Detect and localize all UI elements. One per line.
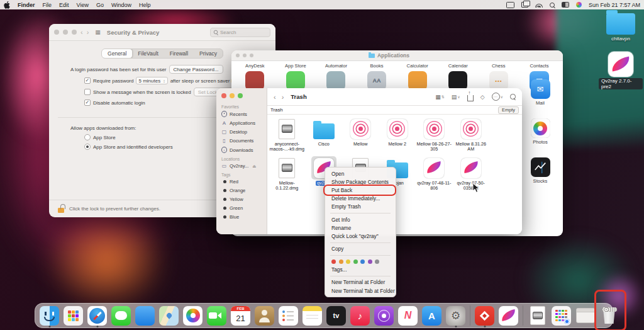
minimize-button[interactable] — [243, 54, 247, 57]
dock-item-reminders[interactable] — [279, 304, 298, 327]
icon-view-icon[interactable]: ▦⇅ — [435, 94, 445, 100]
keyboard-icon[interactable] — [562, 2, 569, 8]
change-password-button[interactable]: Change Password... — [169, 65, 223, 74]
file-mellow082627305[interactable]: Mellow 08-26-27-305 — [416, 117, 453, 152]
identified-developers-radio[interactable] — [84, 144, 91, 150]
file-mellow0122dmg[interactable]: Mellow-0.1.22.dmg — [269, 156, 306, 191]
zoom-button[interactable] — [238, 93, 243, 98]
menu-item-open[interactable]: Open — [325, 169, 396, 178]
tag-color-dot[interactable] — [368, 259, 372, 264]
wifi-icon[interactable] — [535, 2, 543, 8]
menu-item-showpackagecontents[interactable]: Show Package Contents — [325, 178, 396, 186]
file-mellow[interactable]: Mellow — [342, 117, 379, 152]
eject-icon[interactable]: ⏏ — [252, 164, 256, 169]
back-icon[interactable]: ‹ — [80, 28, 83, 36]
close-button[interactable] — [221, 93, 226, 98]
disable-auto-login-checkbox[interactable] — [84, 100, 91, 106]
file-qv2ray074811806[interactable]: qv2ray 07-48-11-806 — [416, 156, 453, 191]
sidebar-item-desktop[interactable]: ▢Desktop — [221, 129, 267, 135]
app-label-calculator[interactable]: Calculator — [407, 63, 428, 69]
menu-item-rename[interactable]: Rename — [325, 224, 396, 232]
app-stocks[interactable]: Stocks — [531, 157, 550, 184]
dock-item-calendar[interactable]: FEB21 — [231, 304, 250, 327]
dock-item-safari[interactable] — [87, 304, 107, 327]
menu-item-edit[interactable]: Edit — [59, 2, 69, 8]
dock-item-contacts[interactable] — [255, 304, 274, 327]
show-all-icon[interactable]: ▦ — [95, 29, 101, 35]
dock-item-notes[interactable] — [303, 304, 322, 327]
tag-color-dot[interactable] — [375, 259, 379, 264]
unlocked-padlock-icon[interactable] — [58, 208, 64, 213]
desktop-icon-qv2ray[interactable]: Qv2ray 2.7.0-pre2 — [599, 52, 643, 89]
menu-item-newterminalatfolder[interactable]: New Terminal at Folder — [325, 278, 396, 287]
dock-item-stack[interactable] — [552, 304, 571, 327]
menu-item-quicklookqv2ray[interactable]: Quick Look "qv2ray" — [325, 232, 396, 240]
app-label-app-store[interactable]: App Store — [285, 63, 306, 69]
app-photos[interactable]: Photos — [531, 118, 550, 145]
tag-color-dot[interactable] — [353, 259, 358, 264]
dock-item-tv[interactable]: tv — [326, 304, 346, 327]
dock-item-news[interactable]: N — [398, 304, 418, 327]
books-app-icon[interactable]: AA — [367, 71, 386, 90]
dock-item-facetime[interactable] — [207, 304, 226, 327]
spotlight-icon[interactable] — [550, 3, 555, 8]
dock-item-anydesk[interactable] — [475, 304, 494, 327]
tag-color-dot[interactable] — [331, 259, 336, 264]
app-label-contacts[interactable]: Contacts — [530, 63, 548, 69]
dock-item-prefs[interactable]: ⚙ — [446, 304, 465, 327]
menu-item-tags[interactable]: Tags... — [325, 266, 396, 274]
sidebar-item-applications[interactable]: AApplications — [221, 120, 267, 126]
menu-item-window[interactable]: Window — [111, 2, 131, 8]
dock-item-photos[interactable] — [183, 304, 203, 327]
tag-color-dot[interactable] — [360, 259, 365, 264]
file-anyconnectmacosk9dmg[interactable]: anyconnect-macos-...-k9.dmg — [269, 117, 306, 152]
file-cisco[interactable]: Cisco — [306, 117, 343, 152]
interval-dropdown[interactable]: 5 minutes↕ — [136, 77, 167, 84]
show-message-checkbox[interactable] — [84, 89, 91, 95]
tab-filevault[interactable]: FileVault — [132, 49, 164, 58]
menu-item-file[interactable]: File — [43, 2, 52, 8]
dock-item-maps[interactable] — [159, 304, 179, 327]
sidebar-item-green[interactable]: Green — [221, 205, 267, 211]
sidebar-item-recents[interactable]: Recents — [221, 111, 267, 117]
empty-trash-button[interactable]: Empty — [498, 106, 519, 114]
menu-item-view[interactable]: View — [77, 2, 89, 8]
sidebar-item-red[interactable]: Red — [221, 179, 267, 185]
search-field[interactable]: Search — [210, 28, 270, 37]
minimize-button[interactable] — [230, 93, 235, 98]
share-icon[interactable] — [467, 95, 474, 101]
menu-item-deleteimmediately[interactable]: Delete Immediately... — [325, 195, 396, 203]
sidebar-item-yellow[interactable]: Yellow — [221, 196, 267, 202]
group-icon[interactable]: ▤∨ — [452, 94, 460, 100]
back-icon[interactable]: ‹ — [274, 93, 276, 101]
calendar-app-icon[interactable] — [448, 71, 467, 90]
file-mellow2[interactable]: Mellow 2 — [379, 117, 416, 152]
menu-item-getinfo[interactable]: Get Info — [325, 215, 396, 224]
sidebar-item-qv2ray[interactable]: ▭Qv2ray...⏏ — [221, 163, 267, 169]
sidebar-item-blue[interactable]: Blue — [221, 214, 267, 220]
anydesk-app-icon[interactable] — [245, 71, 264, 90]
dock-item-minwin[interactable] — [575, 304, 595, 327]
dock-item-finder[interactable] — [40, 304, 59, 327]
apple-logo-icon[interactable] — [4, 1, 10, 9]
menu-bar-clock[interactable]: Sun Feb 21 7:57 AM — [589, 2, 640, 8]
search-icon[interactable] — [510, 94, 516, 100]
menu-item-putback[interactable]: Put Back — [325, 186, 396, 194]
dock-item-messages[interactable] — [111, 304, 131, 327]
dock-item-trashfull[interactable] — [599, 304, 619, 327]
app-label-anydesk[interactable]: AnyDesk — [245, 63, 264, 69]
tab-firewall[interactable]: Firewall — [164, 49, 194, 58]
appstore-app-icon[interactable] — [286, 71, 305, 90]
app-store-radio[interactable] — [84, 134, 91, 140]
dock-item-music[interactable]: ♪ — [350, 304, 370, 327]
sidebar-item-downloads[interactable]: ↓Downloads — [221, 147, 267, 153]
desktop-icon-chitavpn[interactable]: chitavpn — [599, 10, 643, 42]
dock-item-launchpad[interactable] — [64, 304, 83, 327]
automator-app-icon[interactable] — [326, 71, 345, 90]
display-icon[interactable] — [506, 2, 514, 8]
forward-icon[interactable]: › — [282, 93, 284, 101]
close-button[interactable] — [54, 30, 59, 35]
calculator-app-icon[interactable] — [408, 71, 427, 90]
require-password-checkbox[interactable] — [84, 77, 91, 84]
app-label-automator[interactable]: Automator — [325, 63, 347, 69]
